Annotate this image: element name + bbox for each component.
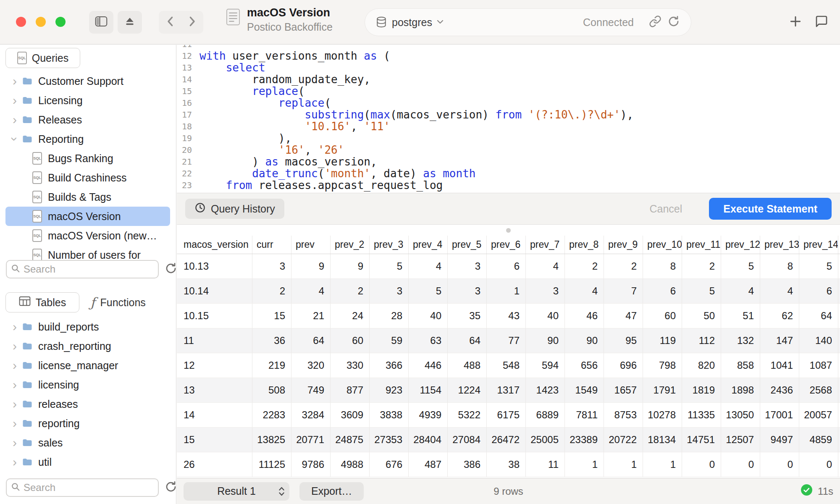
table-cell[interactable]: 7811 [565,403,604,427]
reconnect-button[interactable] [667,15,680,29]
table-cell[interactable]: 27084 [448,428,487,452]
sidebar-folder-releases[interactable]: ›releases [5,394,170,414]
editor-line-21[interactable]: 21 ) as macos_version, [177,156,840,168]
sidebar-query-build-crashiness[interactable]: SQLBuild Crashiness [5,168,170,187]
close-window-button[interactable] [16,17,26,27]
queries-search-field[interactable] [6,260,159,278]
table-cell[interactable]: 6175 [487,403,526,427]
table-cell[interactable]: 6889 [526,403,565,427]
table-cell[interactable]: 3 [448,254,487,278]
table-cell[interactable]: 51 [721,304,760,328]
database-selector[interactable]: postgres [392,16,432,29]
column-header-prev-9[interactable]: prev_9 [604,236,643,254]
table-cell[interactable]: 11125 [252,452,291,477]
table-cell[interactable]: 3 [448,279,487,303]
editor-line-17[interactable]: 17 substring(max(macos_version) from '(?… [177,109,840,121]
table-cell[interactable]: 46 [565,304,604,328]
chevron-right-icon[interactable]: › [10,456,20,468]
table-cell[interactable]: 119 [643,328,682,353]
editor-line-12[interactable]: 12with user_versions_month as ( [177,50,840,62]
result-selector[interactable]: Result 1 [184,482,289,501]
sidebar-query-macos-version-new[interactable]: SQLmacOS Version (new… [5,226,170,245]
table-cell[interactable]: 548 [487,353,526,378]
chevron-right-icon[interactable]: › [10,417,20,430]
table-cell[interactable]: 64 [291,328,331,353]
sidebar-folder-licensing[interactable]: ›Licensing [5,91,170,110]
table-cell[interactable]: 877 [331,378,370,402]
refresh-tables-button[interactable] [165,480,177,495]
table-cell[interactable]: 140 [799,328,838,353]
table-cell[interactable]: 7 [604,279,643,303]
table-cell[interactable]: 20771 [291,428,331,452]
chevron-right-icon[interactable]: › [10,378,20,391]
table-cell[interactable]: 95 [604,328,643,353]
table-cell[interactable]: 11 [526,452,565,477]
table-cell[interactable]: 64 [799,304,838,328]
table-cell[interactable]: 1317 [487,378,526,402]
table-row[interactable]: 10.15152124284035434046476050516264 [177,304,840,328]
toggle-sidebar-button[interactable] [89,11,113,34]
table-cell[interactable]: 20722 [604,428,643,452]
back-button[interactable] [159,11,181,34]
table-cell[interactable]: 1 [643,452,682,477]
table-cell[interactable]: 594 [526,353,565,378]
sidebar-folder-util[interactable]: ›util [5,452,170,472]
sidebar-query-number-of-users-for[interactable]: SQLNumber of users for [5,245,170,260]
table-cell[interactable]: 3 [370,279,409,303]
execute-statement-button[interactable]: Execute Statement [709,198,832,220]
column-header-prev-2[interactable]: prev_2 [331,236,370,254]
column-header-prev-5[interactable]: prev_5 [448,236,487,254]
table-cell[interactable]: 40 [526,304,565,328]
table-cell[interactable]: 0 [760,452,799,477]
table-cell[interactable]: 62 [760,304,799,328]
queries-search-input[interactable] [24,263,154,275]
table-cell[interactable]: 27353 [370,428,409,452]
table-cell[interactable]: 1791 [643,378,682,402]
table-cell[interactable]: 21 [291,304,331,328]
table-cell[interactable]: 219 [252,353,291,378]
table-cell[interactable]: 1819 [682,378,721,402]
table-cell[interactable]: 147 [760,328,799,353]
sidebar-folder-sales[interactable]: ›sales [5,433,170,452]
sidebar-folder-license-manager[interactable]: ›license_manager [5,356,170,375]
table-cell[interactable]: 2 [565,254,604,278]
table-cell[interactable]: 47 [604,304,643,328]
table-cell[interactable]: 63 [409,328,448,353]
sidebar-folder-customer-support[interactable]: ›Customer Support [5,71,170,91]
table-cell[interactable]: 330 [331,353,370,378]
table-cell[interactable]: 8753 [604,403,643,427]
table-cell[interactable]: 4859 [799,428,838,452]
table-cell[interactable]: 4988 [331,452,370,477]
chevron-right-icon[interactable]: › [10,436,20,449]
table-cell[interactable]: 1224 [448,378,487,402]
table-cell[interactable]: 2436 [760,378,799,402]
column-header-prev[interactable]: prev [291,236,331,254]
table-cell[interactable]: 2568 [799,378,838,402]
table-cell[interactable]: 12507 [721,428,760,452]
table-cell[interactable]: 5322 [448,403,487,427]
table-cell[interactable]: 696 [604,353,643,378]
table-cell[interactable]: 36 [252,328,291,353]
table-cell[interactable]: 8 [760,254,799,278]
cell-macos-version[interactable]: 10.15 [177,304,252,328]
table-cell[interactable]: 9 [331,254,370,278]
table-cell[interactable]: 386 [448,452,487,477]
table-cell[interactable]: 1 [604,452,643,477]
cancel-button[interactable]: Cancel [649,203,682,215]
editor-line-18[interactable]: 18 '10.16', '11' [177,121,840,132]
sidebar-folder-releases[interactable]: ›Releases [5,110,170,129]
table-cell[interactable]: 2 [252,279,291,303]
tables-search-input[interactable] [24,482,154,494]
table-cell[interactable]: 60 [331,328,370,353]
table-cell[interactable]: 35 [448,304,487,328]
table-row[interactable]: 1221932033036644648854859465669679882085… [177,353,840,378]
editor-line-19[interactable]: 19 ), [177,132,840,144]
sidebar-query-bugs-ranking[interactable]: SQLBugs Ranking [5,149,170,168]
table-cell[interactable]: 1549 [565,378,604,402]
table-cell[interactable]: 4 [526,254,565,278]
minimize-window-button[interactable] [36,17,46,27]
table-cell[interactable]: 5 [370,254,409,278]
table-cell[interactable]: 0 [682,452,721,477]
table-cell[interactable]: 1 [487,279,526,303]
editor-line-22[interactable]: 22 date_trunc('month', date) as month [177,168,840,179]
